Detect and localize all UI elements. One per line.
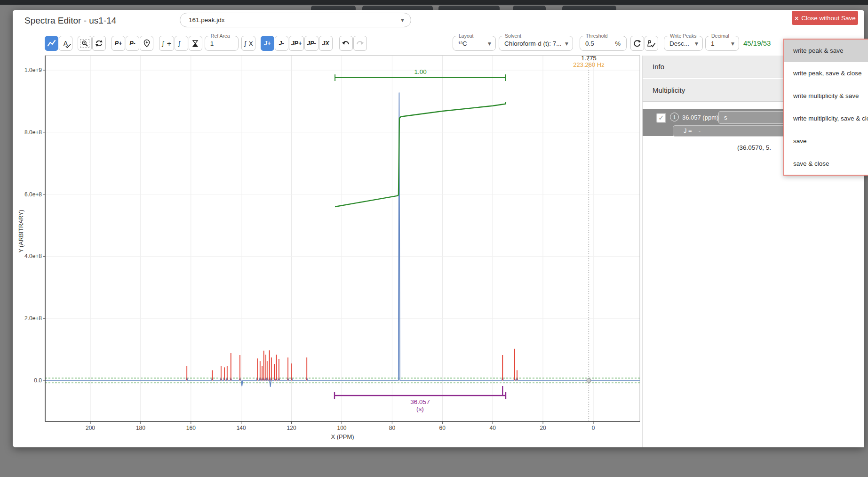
menu-item-save[interactable]: save xyxy=(784,130,868,153)
svg-text:100: 100 xyxy=(337,425,346,431)
svg-text:8.0e+8: 8.0e+8 xyxy=(24,129,42,136)
svg-text:X (PPM): X (PPM) xyxy=(331,433,354,440)
svg-text:6.0e+8: 6.0e+8 xyxy=(24,191,42,198)
svg-text:160: 160 xyxy=(186,425,196,431)
svg-text:4.0e+8: 4.0e+8 xyxy=(24,253,42,259)
menu-item-write-multiplicity-save-close[interactable]: write multiplicity, save & close xyxy=(784,107,868,130)
menu-item-write-peak-save[interactable]: write peak & save xyxy=(784,40,868,62)
svg-text:180: 180 xyxy=(136,425,145,431)
multiplet-checkbox[interactable]: ✓ xyxy=(656,113,666,123)
svg-text:120: 120 xyxy=(287,425,296,431)
svg-text:0: 0 xyxy=(592,425,595,431)
svg-text:1.775: 1.775 xyxy=(581,55,597,62)
svg-text:Y (ARBITRARY): Y (ARBITRARY) xyxy=(18,210,24,252)
svg-text:200: 200 xyxy=(86,425,95,431)
menu-item-write-peak-save-close[interactable]: write peak, save & close xyxy=(784,62,868,85)
svg-text:140: 140 xyxy=(237,425,246,431)
multiplet-detail: (36.0570, 5. xyxy=(643,144,771,151)
svg-text:0.0: 0.0 xyxy=(34,377,42,384)
svg-text:(s): (s) xyxy=(416,405,424,412)
svg-text:20: 20 xyxy=(540,425,546,431)
svg-text:40: 40 xyxy=(490,425,496,431)
svg-text:223.260 Hz: 223.260 Hz xyxy=(573,61,605,68)
j-value: - xyxy=(699,127,701,134)
multiplet-shift: 36.057 (ppm) xyxy=(682,114,718,121)
save-options-menu: write peak & save write peak, save & clo… xyxy=(783,39,868,176)
svg-text:1.0e+9: 1.0e+9 xyxy=(24,67,42,73)
browser-top-strip xyxy=(0,0,868,5)
menu-item-write-multiplicity-save[interactable]: write multiplicity & save xyxy=(784,85,868,107)
svg-text:80: 80 xyxy=(389,425,396,431)
menu-item-save-close[interactable]: save & close xyxy=(784,153,868,175)
j-label: J = xyxy=(684,127,692,134)
svg-text:36.057: 36.057 xyxy=(410,398,430,405)
svg-text:2.0e+8: 2.0e+8 xyxy=(24,315,42,322)
multiplet-index-badge: 1 xyxy=(670,113,679,121)
svg-text:1.00: 1.00 xyxy=(414,68,426,75)
spectra-editor-dialog: Spectra Editor - us1-14 161.peak.jdx ▼ ×… xyxy=(13,10,864,447)
svg-text:60: 60 xyxy=(439,425,446,431)
